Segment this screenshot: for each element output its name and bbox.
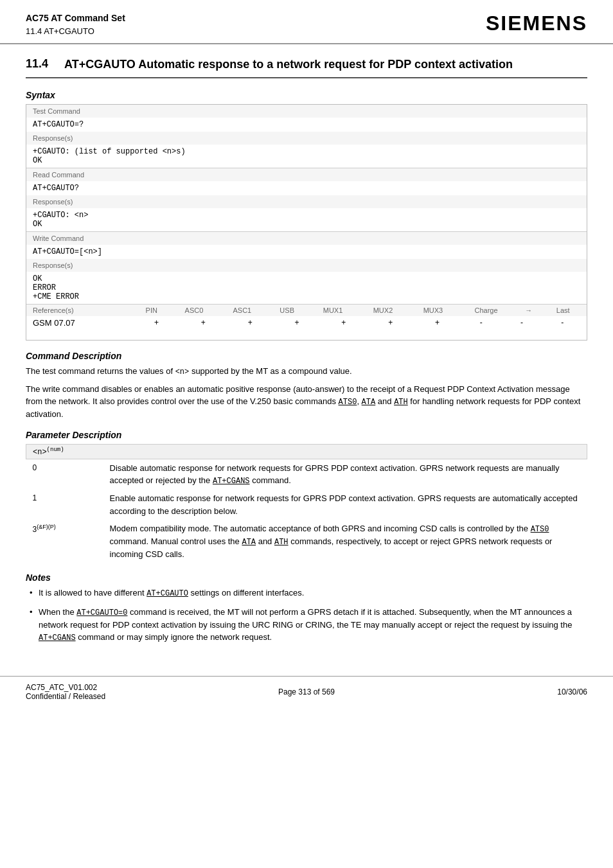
write-response-value: OK ERROR +CME ERROR (26, 272, 587, 305)
param-header-row: <n>(num) (26, 444, 587, 459)
write-response-label: Response(s) (26, 259, 587, 272)
test-response-row: +CGAUTO: (list of supported <n>s) OK (26, 145, 587, 168)
header-subtitle: 11.4 AT+CGAUTO (26, 25, 125, 38)
col-arrow: → (514, 306, 543, 314)
write-command-code: AT+CGAUTO=[<n>] (26, 245, 587, 259)
param-row-0: 0 Disable automatic response for network… (26, 459, 587, 490)
val-mux2: + (367, 318, 414, 327)
test-response-label: Response(s) (26, 132, 587, 145)
ref-header-row: PIN ASC0 ASC1 USB MUX1 MUX2 MUX3 Charge … (133, 306, 583, 314)
col-pin: PIN (133, 306, 170, 314)
reference-values-table: + + + + + + + - - - (133, 318, 583, 327)
at-cgauto-link-note1[interactable]: AT+CGAUTO (147, 589, 188, 598)
val-pin: + (133, 318, 180, 327)
col-mux1: MUX1 (308, 306, 358, 314)
page-header: AC75 AT Command Set 11.4 AT+CGAUTO SIEME… (0, 0, 613, 44)
cmd-desc-p1: The test command returns the values of <… (26, 365, 587, 378)
footer-doc-id: AC75_ATC_V01.002 (26, 683, 213, 692)
note-item-1: It is allowed to have different AT+CGAUT… (26, 587, 587, 599)
col-asc1: ASC1 (218, 306, 266, 314)
reference-cols-table: PIN ASC0 ASC1 USB MUX1 MUX2 MUX3 Charge … (133, 306, 583, 314)
section-title: AT+CGAUTO Automatic response to a networ… (64, 57, 513, 72)
syntax-table-container: Test Command AT+CGAUTO=? Response(s) +CG… (26, 104, 587, 341)
read-response-value: +CGAUTO: <n> OK (26, 208, 587, 232)
col-charge: Charge (458, 306, 514, 314)
siemens-logo: SIEMENS (486, 12, 587, 35)
param-desc-3: Modem compatibility mode. The automatic … (103, 520, 587, 563)
test-command-code: AT+CGAUTO=? (26, 118, 587, 132)
ata-link-param[interactable]: ATA (242, 538, 256, 547)
footer-date: 10/30/06 (400, 687, 587, 696)
test-command-label: Test Command (26, 105, 587, 118)
reference-value: GSM 07.07 (26, 316, 129, 330)
cmd-desc-body: The test command returns the values of <… (26, 365, 587, 421)
read-response-label: Response(s) (26, 195, 587, 208)
write-command-label-row: Write Command (26, 231, 587, 245)
test-response-value: +CGAUTO: (list of supported <n>s) OK (26, 145, 587, 168)
notes-label: Notes (26, 572, 587, 583)
val-usb: + (274, 318, 321, 327)
cmd-desc-p2: The write command disables or enables an… (26, 383, 587, 421)
reference-value-row: GSM 07.07 + + + + + + + - - (26, 316, 587, 330)
read-command-label-row: Read Command (26, 168, 587, 181)
val-charge: - (461, 318, 501, 327)
note-item-2: When the AT+CGAUTO=0 command is received… (26, 606, 587, 644)
col-mux2: MUX2 (358, 306, 408, 314)
ats0-link-desc[interactable]: ATS0 (339, 398, 357, 407)
param-desc-1: Enable automatic response for network re… (103, 490, 587, 520)
val-asc1: + (227, 318, 274, 327)
param-desc-0: Disable automatic response for network r… (103, 459, 587, 490)
col-asc0: ASC0 (170, 306, 218, 314)
reference-label: Reference(s) (26, 304, 129, 316)
val-asc0: + (180, 318, 227, 327)
at-cgauto0-link-note2[interactable]: AT+CGAUTO=0 (76, 608, 127, 617)
read-command-code: AT+CGAUTO? (26, 181, 587, 195)
val-mux3: + (414, 318, 461, 327)
ata-link-desc[interactable]: ATA (362, 398, 376, 407)
footer-status: Confidential / Released (26, 692, 213, 701)
reference-row: Reference(s) PIN ASC0 ASC1 USB MUX1 MUX2… (26, 304, 587, 316)
col-last: Last (543, 306, 583, 314)
header-title: AC75 AT Command Set (26, 12, 125, 25)
reference-values: + + + + + + + - - - (129, 316, 587, 330)
ath-link-param[interactable]: ATH (274, 538, 289, 547)
read-command-label: Read Command (26, 168, 587, 181)
test-command-row: AT+CGAUTO=? (26, 118, 587, 132)
param-row-1: 1 Enable automatic response for network … (26, 490, 587, 520)
val-arrow: - (501, 318, 542, 327)
val-mux1: + (320, 318, 367, 327)
ath-link-desc[interactable]: ATH (394, 398, 408, 407)
at-cgans-link-note2[interactable]: AT+CGANS (39, 633, 76, 642)
write-command-label: Write Command (26, 231, 587, 245)
main-content: 11.4 AT+CGAUTO Automatic response to a n… (0, 44, 613, 664)
param-name-0: 0 (26, 459, 103, 490)
header-left: AC75 AT Command Set 11.4 AT+CGAUTO (26, 12, 125, 38)
param-table: <n>(num) 0 Disable automatic response fo… (26, 444, 587, 563)
param-row-3: 3(&F)(P) Modem compatibility mode. The a… (26, 520, 587, 563)
read-response-label-row: Response(s) (26, 195, 587, 208)
write-response-row: OK ERROR +CME ERROR (26, 272, 587, 305)
read-command-row: AT+CGAUTO? (26, 181, 587, 195)
reference-cols: PIN ASC0 ASC1 USB MUX1 MUX2 MUX3 Charge … (129, 304, 587, 316)
section-number: 11.4 (26, 57, 64, 71)
syntax-label: Syntax (26, 90, 587, 100)
param-name-3: 3(&F)(P) (26, 520, 103, 563)
footer-left: AC75_ATC_V01.002 Confidential / Released (26, 683, 213, 701)
cmd-desc-label: Command Description (26, 351, 587, 361)
param-name-1: 1 (26, 490, 103, 520)
n-code-1: <n> (175, 368, 190, 376)
val-last: - (542, 318, 583, 327)
at-cgans-link-0[interactable]: AT+CGANS (213, 477, 250, 486)
write-response-label-row: Response(s) (26, 259, 587, 272)
read-response-row: +CGAUTO: <n> OK (26, 208, 587, 232)
ref-values-row: + + + + + + + - - - (133, 318, 583, 327)
param-desc-label: Parameter Description (26, 430, 587, 440)
param-header-cell: <n>(num) (26, 444, 587, 459)
ats0-link-param[interactable]: ATS0 (531, 525, 549, 534)
col-mux3: MUX3 (408, 306, 458, 314)
notes-list: It is allowed to have different AT+CGAUT… (26, 587, 587, 644)
test-command-label-row: Test Command (26, 105, 587, 118)
section-heading: 11.4 AT+CGAUTO Automatic response to a n… (26, 57, 587, 78)
page-footer: AC75_ATC_V01.002 Confidential / Released… (0, 676, 613, 707)
test-response-label-row: Response(s) (26, 132, 587, 145)
